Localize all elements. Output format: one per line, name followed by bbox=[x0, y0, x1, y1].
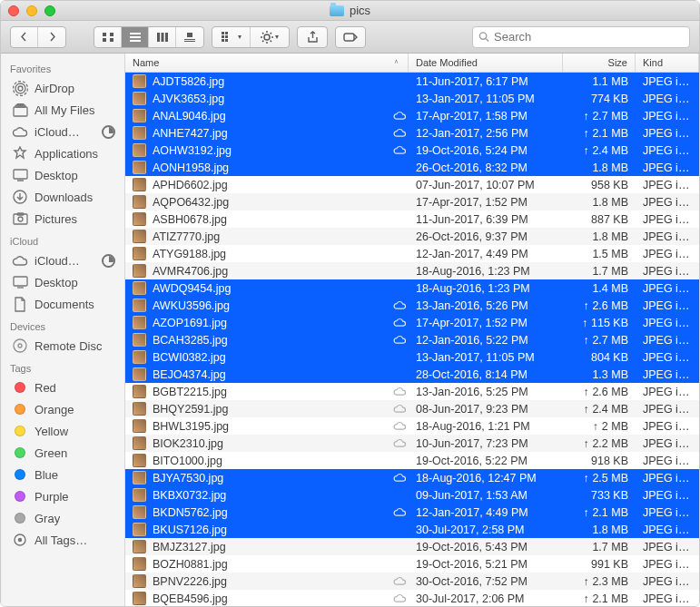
finder-window: pics bbox=[0, 0, 700, 607]
sidebar-item[interactable]: iCloud… bbox=[1, 250, 124, 271]
sidebar-item[interactable]: AirDrop bbox=[1, 77, 124, 99]
file-row[interactable]: AONH1958.jpg26-Oct-2016, 8:32 PM1.8 MBJP… bbox=[125, 159, 699, 176]
downloads-icon bbox=[12, 189, 28, 205]
file-row[interactable]: AZOP1691.jpg17-Apr-2017, 1:52 PM↑115 KBJ… bbox=[125, 314, 699, 331]
sidebar-item[interactable]: Purple bbox=[1, 485, 124, 507]
file-date: 09-Jun-2017, 1:53 AM bbox=[409, 489, 563, 502]
list-view-button[interactable] bbox=[122, 27, 149, 47]
icon-view-button[interactable] bbox=[94, 27, 122, 47]
column-view-button[interactable] bbox=[149, 27, 176, 47]
file-row[interactable]: AWDQ9454.jpg18-Aug-2016, 1:23 PM1.4 MBJP… bbox=[125, 279, 699, 297]
sidebar-item[interactable]: All My Files bbox=[1, 99, 124, 121]
titlebar[interactable]: pics bbox=[1, 1, 699, 21]
file-row[interactable]: ANHE7427.jpg12-Jan-2017, 2:56 PM↑2.1 MBJ… bbox=[125, 124, 699, 142]
file-kind: JPEG ima bbox=[636, 334, 699, 347]
file-thumbnail-icon bbox=[133, 74, 146, 88]
file-date: 30-Oct-2016, 7:52 PM bbox=[409, 575, 563, 588]
file-row[interactable]: BQEB4596.jpg30-Jul-2017, 2:06 PM↑2.1 MBJ… bbox=[125, 590, 699, 606]
toolbar: ▾ ▾ bbox=[1, 21, 699, 54]
header-name[interactable]: Name＾ bbox=[125, 54, 409, 72]
file-row[interactable]: BGBT2215.jpg13-Jan-2016, 5:25 PM↑2.6 MBJ… bbox=[125, 383, 699, 400]
file-kind: JPEG ima bbox=[636, 196, 699, 209]
coverflow-view-button[interactable] bbox=[176, 27, 203, 47]
file-row[interactable]: BJYA7530.jpg18-Aug-2016, 12:47 PM↑2.5 MB… bbox=[125, 469, 699, 486]
file-row[interactable]: AVMR4706.jpg18-Aug-2016, 1:23 PM1.7 MBJP… bbox=[125, 262, 699, 279]
header-date[interactable]: Date Modified bbox=[409, 54, 563, 72]
file-row[interactable]: AJVK3653.jpg13-Jan-2017, 11:05 PM774 KBJ… bbox=[125, 90, 699, 107]
forward-button[interactable] bbox=[38, 27, 65, 47]
header-kind[interactable]: Kind bbox=[636, 54, 699, 72]
sidebar-item[interactable]: All Tags… bbox=[1, 529, 124, 551]
file-row[interactable]: AQPO6432.jpg17-Apr-2017, 1:52 PM1.8 MBJP… bbox=[125, 193, 699, 210]
sidebar-item[interactable]: Red bbox=[1, 377, 124, 398]
file-kind: JPEG ima bbox=[636, 351, 699, 364]
file-row[interactable]: ASBH0678.jpg11-Jun-2017, 6:39 PM887 KBJP… bbox=[125, 210, 699, 228]
sidebar[interactable]: FavoritesAirDropAll My FilesiCloud…Appli… bbox=[1, 54, 125, 606]
file-name: ANAL9046.jpg bbox=[153, 110, 226, 122]
file-size: 804 KB bbox=[563, 351, 636, 364]
file-row[interactable]: AWKU3596.jpg13-Jan-2016, 5:26 PM↑2.6 MBJ… bbox=[125, 297, 699, 314]
file-row[interactable]: BHQY2591.jpg08-Jun-2017, 9:23 PM↑2.4 MBJ… bbox=[125, 400, 699, 417]
file-row[interactable]: BOZH0881.jpg19-Oct-2016, 5:21 PM991 KBJP… bbox=[125, 555, 699, 573]
sidebar-item[interactable]: Orange bbox=[1, 398, 124, 420]
file-row[interactable]: BPNV2226.jpg30-Oct-2016, 7:52 PM↑2.3 MBJ… bbox=[125, 573, 699, 590]
file-name-cell: ANHE7427.jpg bbox=[125, 126, 390, 140]
file-row[interactable]: BHWL3195.jpg18-Aug-2016, 1:21 PM↑2 MBJPE… bbox=[125, 417, 699, 435]
share-button[interactable] bbox=[297, 26, 328, 48]
upload-arrow-icon: ↑ bbox=[583, 404, 588, 415]
sidebar-item[interactable]: Desktop bbox=[1, 164, 124, 186]
sidebar-item[interactable]: iCloud… bbox=[1, 121, 124, 142]
file-row[interactable]: BIOK2310.jpg10-Jun-2017, 7:23 PM↑2.2 MBJ… bbox=[125, 435, 699, 452]
file-date: 12-Jan-2017, 2:56 PM bbox=[409, 127, 563, 140]
svg-rect-13 bbox=[222, 32, 224, 34]
pictures-icon bbox=[12, 210, 28, 227]
sidebar-item[interactable]: Downloads bbox=[1, 186, 124, 208]
file-row[interactable]: BKUS7126.jpg30-Jul-2017, 2:58 PM1.8 MBJP… bbox=[125, 521, 699, 538]
action-button[interactable]: ▾ bbox=[251, 27, 289, 47]
file-row[interactable]: BITO1000.jpg19-Oct-2016, 5:22 PM918 KBJP… bbox=[125, 452, 699, 469]
svg-rect-8 bbox=[161, 33, 163, 42]
sidebar-item-label: Downloads bbox=[35, 191, 93, 204]
file-row[interactable]: BKBX0732.jpg09-Jun-2017, 1:53 AM733 KBJP… bbox=[125, 486, 699, 504]
file-date: 19-Oct-2016, 5:22 PM bbox=[409, 455, 563, 467]
sidebar-item[interactable]: Applications bbox=[1, 142, 124, 164]
svg-rect-17 bbox=[222, 39, 224, 42]
search-field[interactable] bbox=[472, 26, 690, 48]
file-size: 1.8 MB bbox=[563, 524, 636, 536]
arrange-button[interactable]: ▾ bbox=[212, 27, 251, 47]
file-thumbnail-icon bbox=[133, 126, 146, 140]
upload-arrow-icon: ↑ bbox=[583, 593, 588, 604]
sidebar-item[interactable]: Remote Disc bbox=[1, 335, 124, 357]
file-row[interactable]: APHD6602.jpg07-Jun-2017, 10:07 PM958 KBJ… bbox=[125, 176, 699, 193]
file-date: 13-Jan-2016, 5:26 PM bbox=[409, 299, 563, 312]
sidebar-item-label: Desktop bbox=[35, 276, 78, 289]
file-kind: JPEG ima bbox=[636, 489, 699, 502]
search-input[interactable] bbox=[494, 30, 684, 44]
file-thumbnail-icon bbox=[133, 471, 146, 485]
file-row[interactable]: BMJZ3127.jpg19-Oct-2016, 5:43 PM1.7 MBJP… bbox=[125, 538, 699, 555]
sidebar-item[interactable]: Pictures bbox=[1, 208, 124, 230]
sidebar-item[interactable]: Gray bbox=[1, 507, 124, 529]
file-thumbnail-icon bbox=[133, 454, 146, 467]
back-button[interactable] bbox=[11, 27, 38, 47]
tags-button[interactable] bbox=[335, 26, 366, 48]
file-row[interactable]: ANAL9046.jpg17-Apr-2017, 1:58 PM↑2.7 MBJ… bbox=[125, 107, 699, 124]
file-size: 887 KB bbox=[563, 213, 636, 226]
sidebar-item[interactable]: Green bbox=[1, 442, 124, 464]
file-date: 12-Jan-2017, 4:49 PM bbox=[409, 506, 563, 519]
file-row[interactable]: AOHW3192.jpg19-Oct-2016, 5:24 PM↑2.4 MBJ… bbox=[125, 142, 699, 159]
file-row[interactable]: BCAH3285.jpg12-Jan-2016, 5:22 PM↑2.7 MBJ… bbox=[125, 331, 699, 348]
file-row[interactable]: BEJO4374.jpg28-Oct-2016, 8:14 PM1.3 MBJP… bbox=[125, 366, 699, 383]
sidebar-item[interactable]: Desktop bbox=[1, 271, 124, 293]
file-row[interactable]: BKDN5762.jpg12-Jan-2017, 4:49 PM↑2.1 MBJ… bbox=[125, 504, 699, 521]
file-row[interactable]: ATIZ7770.jpg26-Oct-2016, 9:37 PM1.8 MBJP… bbox=[125, 228, 699, 245]
file-rows[interactable]: AJDT5826.jpg11-Jun-2017, 6:17 PM1.1 MBJP… bbox=[125, 73, 699, 606]
file-row[interactable]: BCWI0382.jpg13-Jan-2017, 11:05 PM804 KBJ… bbox=[125, 348, 699, 366]
sidebar-item[interactable]: Blue bbox=[1, 464, 124, 485]
file-row[interactable]: AJDT5826.jpg11-Jun-2017, 6:17 PM1.1 MBJP… bbox=[125, 73, 699, 90]
sidebar-item-label: Yellow bbox=[35, 425, 68, 438]
sidebar-item[interactable]: Documents bbox=[1, 293, 124, 315]
file-row[interactable]: ATYG9188.jpg12-Jan-2017, 4:49 PM1.5 MBJP… bbox=[125, 245, 699, 262]
sidebar-item[interactable]: Yellow bbox=[1, 420, 124, 442]
header-size[interactable]: Size bbox=[563, 54, 636, 72]
